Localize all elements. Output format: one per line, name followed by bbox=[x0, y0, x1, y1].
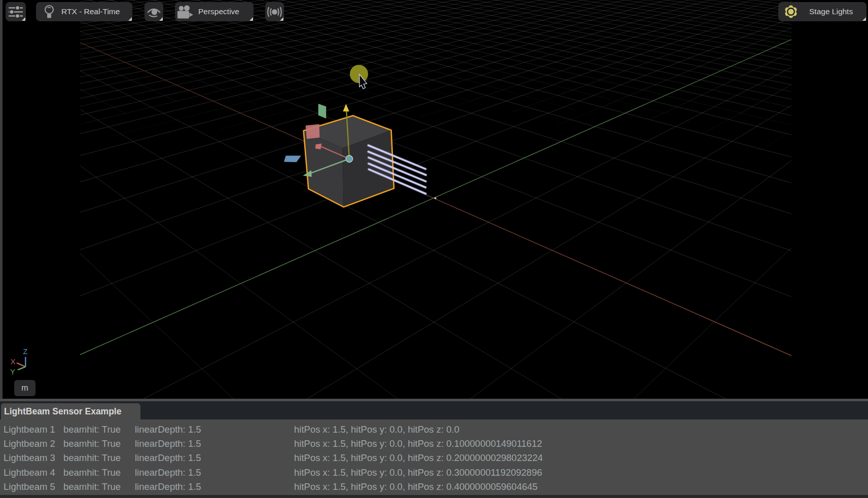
svg-text:Z: Z bbox=[23, 348, 28, 356]
svg-text:Y: Y bbox=[10, 368, 15, 376]
svg-text:X: X bbox=[11, 358, 16, 366]
